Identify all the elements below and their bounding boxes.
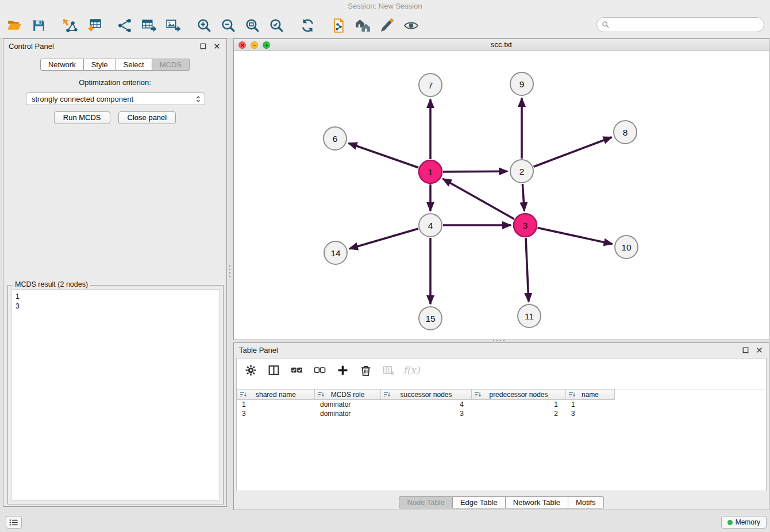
node-11[interactable]: 11 (518, 304, 541, 327)
network-overview-button[interactable] (353, 16, 372, 35)
node-9[interactable]: 9 (510, 72, 533, 95)
export-image-icon (165, 18, 181, 33)
network-window-title: scc.txt (491, 40, 512, 49)
new-network-view-button[interactable] (329, 16, 348, 35)
tab-style[interactable]: Style (84, 59, 116, 71)
horizontal-splitter-handle[interactable] (492, 339, 507, 342)
zoom-in-button[interactable] (194, 16, 214, 35)
tab-select[interactable]: Select (116, 59, 152, 71)
run-mcds-button[interactable]: Run MCDS (54, 111, 110, 124)
control-panel-title: Control Panel (9, 42, 54, 51)
column-header-name[interactable]: name (566, 389, 615, 400)
close-table-panel-icon[interactable] (754, 346, 764, 355)
float-table-panel-icon[interactable] (741, 346, 750, 355)
list-icon (9, 519, 18, 526)
column-visibility-button[interactable] (267, 363, 280, 377)
edge-3-11[interactable] (526, 238, 529, 302)
zoom-selected-button[interactable] (267, 16, 286, 35)
mcds-result-list[interactable]: 13 (11, 290, 220, 500)
search-input[interactable] (613, 21, 759, 29)
minimize-window-icon[interactable] (251, 41, 258, 49)
table-cell: 3 (237, 409, 315, 418)
node-14[interactable]: 14 (324, 241, 347, 264)
task-history-button[interactable] (6, 516, 22, 529)
delete-column-icon (383, 364, 395, 376)
add-entry-button[interactable] (336, 363, 349, 377)
tab-mcds[interactable]: MCDS (152, 59, 190, 71)
tab-motifs[interactable]: Motifs (568, 496, 604, 508)
edge-1-6[interactable] (349, 143, 419, 168)
node-10[interactable]: 10 (615, 236, 638, 259)
control-panel-tabs: NetworkStyleSelectMCDS (3, 59, 226, 71)
zoom-out-button[interactable] (218, 16, 238, 35)
edge-3-10[interactable] (538, 228, 613, 244)
zoom-window-icon[interactable] (263, 41, 270, 49)
node-3[interactable]: 3 (514, 214, 537, 237)
node-1[interactable]: 1 (419, 160, 442, 183)
tab-network-table[interactable]: Network Table (506, 496, 568, 508)
unselect-all-checkbox-button[interactable] (313, 363, 326, 377)
window-controls (238, 41, 270, 49)
search-box[interactable] (596, 17, 764, 32)
node-8[interactable]: 8 (614, 121, 637, 144)
tab-node-table[interactable]: Node Table (399, 496, 453, 508)
save-session-button[interactable] (29, 16, 48, 35)
tab-network[interactable]: Network (40, 59, 84, 71)
table-cell: 3 (566, 409, 615, 418)
svg-text:11: 11 (525, 311, 534, 321)
delete-column-button[interactable] (382, 363, 395, 377)
export-table-button[interactable] (139, 16, 159, 35)
function-builder-icon: f(x) (403, 364, 419, 376)
close-panel-icon[interactable] (212, 42, 221, 51)
node-6[interactable]: 6 (324, 127, 346, 150)
node-7[interactable]: 7 (419, 74, 442, 97)
result-item[interactable]: 1 (11, 292, 220, 302)
criterion-dropdown[interactable]: strongly connected component (26, 92, 205, 105)
settings-button[interactable] (244, 363, 257, 377)
select-all-checkbox-button[interactable] (290, 363, 303, 377)
delete-entry-button[interactable] (359, 363, 372, 377)
sort-icon (383, 391, 390, 398)
tab-edge-table[interactable]: Edge Table (453, 496, 506, 508)
memory-button[interactable]: Memory (721, 516, 767, 529)
import-network-from-file-button[interactable] (60, 16, 79, 35)
network-canvas[interactable]: 7968124314101511 (234, 51, 769, 340)
toggle-visibility-button[interactable] (401, 16, 421, 35)
vertical-splitter-handle[interactable] (228, 264, 232, 279)
close-window-icon[interactable] (238, 41, 246, 49)
column-header-predecessor-nodes[interactable]: predecessor nodes (472, 389, 566, 400)
column-header-successor-nodes[interactable]: successor nodes (381, 389, 472, 400)
zoom-out-icon (221, 18, 236, 33)
node-2[interactable]: 2 (510, 160, 533, 183)
function-builder-button[interactable]: f(x) (405, 363, 418, 377)
close-panel-button[interactable]: Close panel (118, 111, 176, 124)
column-header-mcds-role[interactable]: MCDS role (315, 389, 381, 400)
node-4[interactable]: 4 (419, 214, 442, 237)
open-file-button[interactable] (5, 16, 24, 35)
zoom-fit-button[interactable] (242, 16, 262, 35)
edge-4-14[interactable] (349, 229, 418, 249)
edge-2-8[interactable] (534, 137, 612, 167)
column-header-shared-name[interactable]: shared name (237, 389, 315, 400)
svg-text:8: 8 (623, 128, 628, 137)
import-table-from-file-button[interactable] (84, 16, 103, 35)
table-toolbar: f(x) (237, 358, 766, 381)
new-network-button[interactable] (115, 16, 134, 35)
edge-2-3[interactable] (522, 184, 524, 211)
table-row[interactable]: 3dominator323 (237, 409, 766, 418)
column-visibility-icon (268, 364, 280, 376)
refresh-view-button[interactable] (298, 16, 317, 35)
apply-style-button[interactable] (377, 16, 396, 35)
chevron-up-down-icon (195, 95, 202, 103)
svg-text:14: 14 (330, 248, 341, 258)
edge-1-2[interactable] (443, 171, 507, 172)
node-15[interactable]: 15 (419, 307, 442, 330)
result-item[interactable]: 3 (11, 302, 220, 311)
table-panel: Table Panel f(x) shared nameMCDS rolesuc… (233, 342, 769, 510)
zoom-selected-icon (269, 18, 284, 33)
float-panel-icon[interactable] (198, 42, 207, 51)
edge-3-1[interactable] (443, 179, 514, 219)
table-cell: dominator (315, 400, 381, 409)
table-row[interactable]: 1dominator411 (237, 400, 766, 409)
export-image-button[interactable] (163, 16, 183, 35)
